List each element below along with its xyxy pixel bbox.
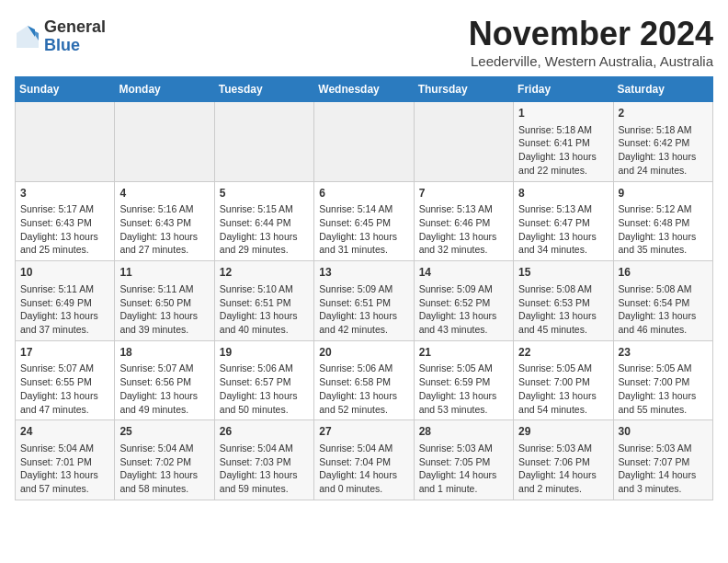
day-info: and 53 minutes. bbox=[419, 403, 508, 417]
day-number: 18 bbox=[119, 345, 209, 361]
weekday-header-friday: Friday bbox=[514, 77, 613, 102]
calendar-cell: 24Sunrise: 5:04 AMSunset: 7:01 PMDayligh… bbox=[16, 420, 115, 500]
day-info: and 52 minutes. bbox=[319, 403, 408, 417]
calendar-cell: 15Sunrise: 5:08 AMSunset: 6:53 PMDayligh… bbox=[514, 261, 613, 341]
day-number: 8 bbox=[518, 186, 608, 201]
day-number: 1 bbox=[518, 106, 608, 121]
day-info: Sunrise: 5:18 AM bbox=[619, 123, 708, 137]
day-info: and 43 minutes. bbox=[419, 323, 508, 337]
day-number: 11 bbox=[119, 265, 209, 281]
svg-marker-0 bbox=[17, 26, 39, 48]
day-info: Sunset: 6:48 PM bbox=[619, 216, 708, 230]
calendar-week-3: 10Sunrise: 5:11 AMSunset: 6:49 PMDayligh… bbox=[16, 261, 713, 341]
calendar-cell bbox=[314, 102, 414, 182]
calendar-cell bbox=[115, 102, 214, 182]
day-number: 13 bbox=[319, 265, 408, 281]
day-info: Sunrise: 5:06 AM bbox=[220, 362, 309, 375]
day-info: and 25 minutes. bbox=[20, 243, 109, 257]
day-number: 21 bbox=[419, 345, 508, 361]
logo: General Blue bbox=[15, 18, 106, 55]
day-info: Sunset: 6:52 PM bbox=[419, 296, 508, 310]
day-number: 17 bbox=[20, 345, 109, 361]
logo-text: General Blue bbox=[44, 18, 106, 55]
calendar-cell: 30Sunrise: 5:03 AMSunset: 7:07 PMDayligh… bbox=[613, 420, 712, 500]
day-info: Daylight: 13 hours bbox=[619, 389, 708, 403]
calendar-cell: 5Sunrise: 5:15 AMSunset: 6:44 PMDaylight… bbox=[214, 181, 313, 261]
calendar-cell: 4Sunrise: 5:16 AMSunset: 6:43 PMDaylight… bbox=[115, 181, 214, 261]
month-title: November 2024 bbox=[469, 15, 713, 53]
day-info: and 27 minutes. bbox=[119, 243, 209, 257]
day-info: Daylight: 13 hours bbox=[619, 150, 708, 164]
day-info: Sunrise: 5:18 AM bbox=[518, 123, 608, 137]
day-info: Sunrise: 5:03 AM bbox=[419, 442, 508, 455]
day-info: Sunset: 6:54 PM bbox=[619, 296, 708, 310]
day-info: Sunrise: 5:04 AM bbox=[20, 442, 109, 455]
day-info: Daylight: 13 hours bbox=[319, 230, 408, 244]
calendar-cell: 18Sunrise: 5:07 AMSunset: 6:56 PMDayligh… bbox=[115, 340, 214, 420]
day-info: Daylight: 13 hours bbox=[20, 389, 109, 403]
day-info: and 55 minutes. bbox=[619, 403, 708, 417]
day-info: Daylight: 13 hours bbox=[20, 468, 109, 482]
day-info: Daylight: 14 hours bbox=[518, 468, 608, 482]
calendar-cell: 19Sunrise: 5:06 AMSunset: 6:57 PMDayligh… bbox=[214, 340, 313, 420]
day-info: Sunset: 7:04 PM bbox=[319, 455, 408, 469]
calendar-cell: 13Sunrise: 5:09 AMSunset: 6:51 PMDayligh… bbox=[314, 261, 414, 341]
day-info: Sunset: 6:58 PM bbox=[319, 375, 408, 389]
calendar-cell: 27Sunrise: 5:04 AMSunset: 7:04 PMDayligh… bbox=[314, 420, 414, 500]
day-info: Daylight: 13 hours bbox=[518, 230, 608, 244]
day-info: Sunrise: 5:04 AM bbox=[319, 442, 408, 455]
calendar-week-2: 3Sunrise: 5:17 AMSunset: 6:43 PMDaylight… bbox=[16, 181, 713, 261]
day-info: Sunrise: 5:16 AM bbox=[119, 202, 209, 216]
calendar-cell: 22Sunrise: 5:05 AMSunset: 7:00 PMDayligh… bbox=[514, 340, 613, 420]
day-number: 27 bbox=[319, 424, 408, 440]
day-info: and 24 minutes. bbox=[619, 164, 708, 178]
day-info: and 35 minutes. bbox=[619, 243, 708, 257]
day-info: and 50 minutes. bbox=[220, 403, 309, 417]
day-number: 5 bbox=[220, 186, 309, 201]
logo-icon bbox=[15, 24, 40, 50]
calendar-cell: 10Sunrise: 5:11 AMSunset: 6:49 PMDayligh… bbox=[16, 261, 115, 341]
calendar-cell: 7Sunrise: 5:13 AMSunset: 6:46 PMDaylight… bbox=[414, 181, 513, 261]
weekday-header-saturday: Saturday bbox=[613, 77, 712, 102]
day-info: Daylight: 13 hours bbox=[119, 309, 209, 323]
day-info: Sunset: 6:55 PM bbox=[20, 375, 109, 389]
calendar-cell: 26Sunrise: 5:04 AMSunset: 7:03 PMDayligh… bbox=[214, 420, 313, 500]
day-info: Daylight: 13 hours bbox=[119, 389, 209, 403]
day-info: Daylight: 13 hours bbox=[619, 309, 708, 323]
day-info: Sunset: 7:07 PM bbox=[619, 455, 708, 469]
day-info: and 37 minutes. bbox=[20, 323, 109, 337]
day-info: Sunset: 6:43 PM bbox=[20, 216, 109, 230]
calendar-cell: 14Sunrise: 5:09 AMSunset: 6:52 PMDayligh… bbox=[414, 261, 513, 341]
calendar-cell: 3Sunrise: 5:17 AMSunset: 6:43 PMDaylight… bbox=[16, 181, 115, 261]
day-info: Daylight: 13 hours bbox=[119, 468, 209, 482]
day-number: 9 bbox=[619, 186, 708, 201]
day-number: 19 bbox=[220, 345, 309, 361]
day-info: Sunrise: 5:09 AM bbox=[319, 282, 408, 296]
day-info: Sunrise: 5:08 AM bbox=[518, 282, 608, 296]
day-info: and 34 minutes. bbox=[518, 243, 608, 257]
day-info: and 47 minutes. bbox=[20, 403, 109, 417]
day-info: Sunrise: 5:14 AM bbox=[319, 202, 408, 216]
day-info: Sunset: 6:59 PM bbox=[419, 375, 508, 389]
day-info: Daylight: 13 hours bbox=[220, 468, 309, 482]
day-info: and 57 minutes. bbox=[20, 482, 109, 496]
day-number: 25 bbox=[119, 424, 209, 440]
day-info: Daylight: 14 hours bbox=[619, 468, 708, 482]
day-info: Sunrise: 5:04 AM bbox=[220, 442, 309, 455]
day-info: Sunrise: 5:11 AM bbox=[119, 282, 209, 296]
day-info: Sunset: 6:53 PM bbox=[518, 296, 608, 310]
day-info: Daylight: 13 hours bbox=[518, 150, 608, 164]
page-header: General Blue November 2024 Leederville, … bbox=[15, 15, 713, 69]
calendar-cell: 17Sunrise: 5:07 AMSunset: 6:55 PMDayligh… bbox=[16, 340, 115, 420]
calendar-cell: 9Sunrise: 5:12 AMSunset: 6:48 PMDaylight… bbox=[613, 181, 712, 261]
calendar-cell bbox=[214, 102, 313, 182]
calendar-cell: 29Sunrise: 5:03 AMSunset: 7:06 PMDayligh… bbox=[514, 420, 613, 500]
day-info: Sunrise: 5:09 AM bbox=[419, 282, 508, 296]
title-block: November 2024 Leederville, Western Austr… bbox=[469, 15, 713, 69]
day-info: Sunrise: 5:07 AM bbox=[119, 362, 209, 375]
day-number: 10 bbox=[20, 265, 109, 281]
day-info: Sunset: 7:00 PM bbox=[518, 375, 608, 389]
calendar-table: SundayMondayTuesdayWednesdayThursdayFrid… bbox=[15, 76, 713, 500]
day-info: Daylight: 13 hours bbox=[419, 230, 508, 244]
day-info: Sunrise: 5:07 AM bbox=[20, 362, 109, 375]
